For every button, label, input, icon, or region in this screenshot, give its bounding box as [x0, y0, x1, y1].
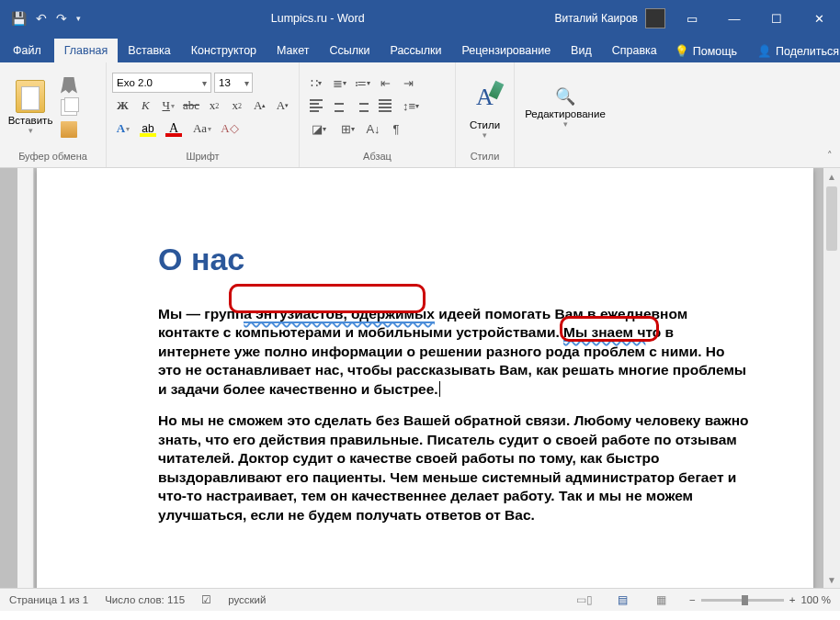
chevron-down-icon[interactable]: ▾	[28, 126, 33, 135]
status-bar: Страница 1 из 1 Число слов: 115 ☑ русски…	[0, 588, 840, 611]
underline-button[interactable]: Ч▾	[158, 96, 179, 116]
ribbon-display-icon[interactable]: ▭	[671, 0, 713, 37]
text-effects-button[interactable]: A▾	[112, 118, 134, 139]
sort-button[interactable]: A↓	[362, 118, 384, 139]
chevron-down-icon[interactable]: ▾	[563, 119, 568, 129]
minimize-button[interactable]: —	[713, 0, 755, 37]
multilevel-button[interactable]: ≔▾	[351, 73, 373, 93]
align-left-button[interactable]	[305, 96, 327, 116]
p1-part-a: Мы — групп	[158, 306, 244, 321]
status-language[interactable]: русский	[228, 594, 266, 605]
tab-home[interactable]: Главная	[54, 39, 119, 62]
change-case-button[interactable]: Aa▾	[187, 118, 217, 139]
shading-button[interactable]: ◪▾	[305, 118, 333, 139]
borders-button[interactable]: ⊞▾	[334, 118, 361, 139]
group-label-font: Шрифт	[112, 148, 293, 165]
font-color-button[interactable]: A	[162, 118, 186, 139]
styles-icon: A	[476, 84, 494, 111]
user-avatar[interactable]	[645, 8, 665, 28]
bold-button[interactable]: Ж	[112, 96, 133, 116]
styles-button[interactable]: A	[464, 75, 506, 119]
font-size-combo[interactable]: 13	[214, 73, 253, 93]
share-icon: 👤	[757, 44, 772, 58]
close-button[interactable]: ✕	[798, 0, 840, 37]
italic-button[interactable]: К	[135, 96, 156, 116]
find-icon[interactable]: 🔍	[555, 86, 575, 107]
print-layout-icon[interactable]: ▤	[612, 592, 634, 608]
undo-icon[interactable]: ↶	[36, 11, 47, 26]
group-label-clipboard: Буфер обмена	[6, 148, 100, 165]
align-center-button[interactable]	[328, 96, 350, 116]
zoom-out-icon[interactable]: −	[689, 594, 696, 605]
doc-heading: О нас	[158, 242, 749, 277]
titlebar: 💾 ↶ ↷ ▾ Lumpics.ru - Word Виталий Каиров…	[0, 0, 840, 37]
group-label-editing	[520, 148, 610, 165]
scroll-up-icon[interactable]: ▲	[823, 168, 840, 185]
shrink-font-button[interactable]: A▾	[272, 96, 293, 116]
decrease-indent-button[interactable]: ⇤	[374, 73, 396, 93]
doc-paragraph-1: Мы — группа энтузиастов, одержимых идеей…	[158, 305, 749, 399]
clear-formatting-button[interactable]: A◇	[219, 118, 241, 139]
justify-button[interactable]	[374, 96, 396, 116]
zoom-value[interactable]: 100 %	[800, 594, 831, 605]
increase-indent-button[interactable]: ⇥	[397, 73, 419, 93]
tab-insert[interactable]: Вставка	[118, 39, 180, 62]
group-paragraph: ∷▾ ≣▾ ≔▾ ⇤ ⇥ ↕≡▾ ◪▾ ⊞▾ A↓ ¶ Абзац	[300, 62, 456, 167]
tab-review[interactable]: Рецензирование	[452, 39, 562, 62]
scroll-down-icon[interactable]: ▼	[823, 571, 840, 588]
autosave-icon[interactable]: 💾	[11, 11, 27, 26]
highlight-button[interactable]: ab	[136, 118, 160, 139]
zoom-control[interactable]: − + 100 %	[689, 594, 831, 605]
subscript-button[interactable]: x2	[204, 96, 225, 116]
vertical-ruler[interactable]	[17, 168, 34, 588]
collapse-ribbon-icon[interactable]: ˄	[827, 150, 833, 162]
strikethrough-button[interactable]: abc	[181, 96, 202, 116]
doc-paragraph-2: Но мы не сможем это сделать без Вашей об…	[158, 411, 749, 524]
tab-layout[interactable]: Макет	[267, 39, 319, 62]
show-marks-button[interactable]: ¶	[385, 118, 407, 139]
group-editing: 🔍 Редактирование ▾	[515, 62, 616, 167]
vertical-scrollbar[interactable]: ▲ ▼	[823, 168, 840, 588]
cut-icon[interactable]	[61, 77, 77, 94]
numbering-button[interactable]: ≣▾	[328, 73, 350, 93]
scroll-thumb[interactable]	[826, 186, 837, 251]
status-word-count[interactable]: Число слов: 115	[105, 594, 185, 605]
window-controls: ▭ — ☐ ✕	[671, 0, 840, 37]
font-name-combo[interactable]: Exo 2.0	[112, 73, 211, 93]
user-area[interactable]: Виталий Каиров	[554, 8, 671, 28]
proofing-icon[interactable]: ☑	[201, 593, 211, 606]
zoom-knob[interactable]	[742, 595, 748, 605]
redo-icon[interactable]: ↷	[56, 11, 67, 26]
grow-font-button[interactable]: A▴	[249, 96, 270, 116]
page[interactable]: О нас Мы — группа энтузиастов, одержимых…	[37, 168, 813, 588]
tab-design[interactable]: Конструктор	[181, 39, 267, 62]
bullets-button[interactable]: ∷▾	[305, 73, 327, 93]
web-layout-icon[interactable]: ▦	[651, 592, 673, 608]
tab-file[interactable]: Файл	[0, 39, 54, 62]
tab-references[interactable]: Ссылки	[319, 39, 380, 62]
format-painter-icon[interactable]	[61, 121, 77, 138]
editing-button-label: Редактирование	[525, 108, 606, 119]
zoom-in-icon[interactable]: +	[789, 594, 796, 605]
copy-icon[interactable]	[61, 99, 77, 116]
maximize-button[interactable]: ☐	[755, 0, 798, 37]
tab-view[interactable]: Вид	[561, 39, 602, 62]
styles-button-label: Стили	[470, 119, 500, 130]
read-mode-icon[interactable]: ▭▯	[573, 592, 596, 608]
p1-underlined-1: а энтузиастов, одержимых	[244, 306, 435, 323]
superscript-button[interactable]: x2	[226, 96, 247, 116]
tab-help[interactable]: Справка	[602, 39, 667, 62]
document-area: О нас Мы — группа энтузиастов, одержимых…	[0, 168, 840, 588]
chevron-down-icon[interactable]: ▾	[482, 130, 487, 140]
p1-underlined-2: Мы знаем ч	[563, 324, 645, 342]
status-page[interactable]: Страница 1 из 1	[9, 594, 88, 605]
tell-me[interactable]: 💡Помощь	[667, 39, 744, 62]
paste-button[interactable]: Вставить ▾	[6, 80, 55, 135]
line-spacing-button[interactable]: ↕≡▾	[397, 96, 425, 116]
qat-more-icon[interactable]: ▾	[76, 14, 81, 23]
share-button[interactable]: 👤Поделиться	[750, 39, 840, 62]
align-right-button[interactable]	[351, 96, 373, 116]
tell-me-label: Помощь	[693, 45, 737, 58]
tab-mailings[interactable]: Рассылки	[380, 39, 451, 62]
zoom-slider[interactable]	[701, 599, 784, 602]
